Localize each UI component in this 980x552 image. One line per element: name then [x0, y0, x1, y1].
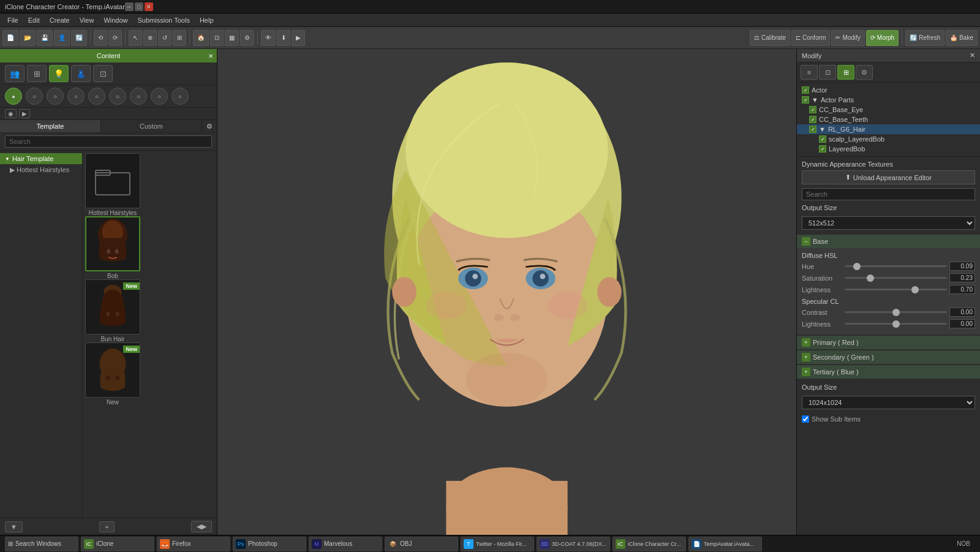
- tab-template[interactable]: Template: [0, 120, 101, 132]
- tree-item-cc-teeth[interactable]: ✓ CC_Base_Teeth: [797, 115, 980, 124]
- folder-thumb[interactable]: [85, 153, 140, 208]
- taskbar-tempavatar[interactable]: 📄 TempAvatar.iAvata...: [688, 537, 762, 551]
- home-button[interactable]: 🏠: [193, 30, 209, 46]
- show-sub-checkbox[interactable]: [802, 415, 809, 423]
- arrow-down-button[interactable]: ⬇: [277, 30, 290, 46]
- circle-icon-1[interactable]: ●: [5, 88, 22, 105]
- grid-tool[interactable]: ⊡: [819, 65, 836, 80]
- specular-lightness-value-input[interactable]: 0.00: [949, 319, 975, 328]
- taskbar-obj[interactable]: 📦 OBJ: [385, 537, 458, 551]
- scale-button[interactable]: ⊞: [173, 30, 186, 46]
- undo-button[interactable]: ⟲: [94, 30, 107, 46]
- saturation-slider[interactable]: [845, 277, 947, 279]
- circle-icon-4[interactable]: ○: [67, 88, 85, 105]
- tree-item-scalp[interactable]: ✓ scalp_LayeredBob: [797, 134, 980, 144]
- menu-item-submission-tools[interactable]: Submission Tools: [133, 15, 195, 25]
- menu-item-file[interactable]: File: [2, 15, 23, 25]
- tree-item-hair-template[interactable]: ▼ Hair Template: [0, 153, 82, 164]
- taskbar-iclone-cc[interactable]: iC iClone Character Cr...: [612, 537, 686, 551]
- view-button[interactable]: ⊡: [210, 30, 224, 46]
- menu-item-view[interactable]: View: [75, 15, 99, 25]
- checkbox-cc-eye[interactable]: ✓: [809, 106, 816, 113]
- eye-button[interactable]: 👁: [261, 30, 276, 46]
- menu-item-help[interactable]: Help: [195, 15, 219, 25]
- tree-item-rl-hair[interactable]: ✓ ▼ RL_G6_Hair: [797, 124, 980, 134]
- list-item[interactable]: New Bun Hair: [85, 279, 140, 342]
- tab-custom[interactable]: Custom: [101, 120, 202, 132]
- tertiary-section-header[interactable]: + Tertiary ( Blue ): [797, 365, 980, 379]
- new-file-button[interactable]: 📄: [2, 30, 18, 46]
- circle-icon-8[interactable]: ○: [151, 88, 168, 105]
- hue-slider[interactable]: [845, 265, 947, 267]
- checkbox-scalp[interactable]: ✓: [819, 135, 826, 143]
- panel-icon-hair[interactable]: 💡: [49, 65, 69, 82]
- circle-icon-2[interactable]: ○: [26, 88, 43, 105]
- tree-item-cc-eye[interactable]: ✓ CC_Base_Eye: [797, 105, 980, 115]
- contrast-value-input[interactable]: 0.00: [949, 308, 975, 317]
- saturation-value-input[interactable]: 0.23: [949, 273, 975, 282]
- lightness-slider[interactable]: [845, 289, 947, 290]
- circle-icon-6[interactable]: ○: [109, 88, 126, 105]
- scroll-down-button[interactable]: ▼: [5, 521, 23, 532]
- redo-button[interactable]: ⟳: [108, 30, 122, 46]
- panel-icon-morph[interactable]: ⊞: [27, 65, 47, 82]
- primary-section-header[interactable]: + Primary ( Red ): [797, 336, 980, 349]
- rotate-button[interactable]: ↺: [158, 30, 172, 46]
- modify-search-input[interactable]: [802, 188, 975, 200]
- bun-thumb[interactable]: New: [85, 279, 140, 335]
- circle-icon-5[interactable]: ○: [88, 88, 105, 105]
- tree-item-actor[interactable]: ✓ Actor: [797, 85, 980, 95]
- start-button[interactable]: ⊞ Search Windows: [5, 537, 78, 551]
- actor-button[interactable]: 👤: [54, 30, 70, 46]
- specular-lightness-slider[interactable]: [845, 323, 947, 325]
- taskbar-twitter[interactable]: T Twitter - Mozilla Fir...: [461, 537, 534, 551]
- bob-thumb[interactable]: [85, 216, 140, 271]
- list-item[interactable]: Hottest Hairstyles: [85, 153, 140, 216]
- nav-forward-button[interactable]: ▶: [19, 109, 30, 118]
- refresh-button[interactable]: 🔄 Refresh: [905, 30, 944, 46]
- taskbar-iclone[interactable]: iC iClone: [81, 537, 154, 551]
- panel-icon-actor[interactable]: 👥: [5, 65, 24, 82]
- tab-settings-button[interactable]: ⚙: [202, 120, 217, 132]
- lightness-value-input[interactable]: 0.70: [949, 285, 975, 294]
- taskbar-3dcoat[interactable]: 3D 3D-COAT 4.7.06(DX...: [537, 537, 610, 551]
- checkbox-cc-teeth[interactable]: ✓: [809, 116, 816, 123]
- menu-item-edit[interactable]: Edit: [23, 15, 45, 25]
- new-hair-thumb[interactable]: New: [85, 342, 140, 398]
- unload-button[interactable]: ⬆ Unload Appearance Editor: [802, 170, 975, 184]
- tree-item-layered-bob[interactable]: ✓ LayeredBob: [797, 144, 980, 154]
- settings-button[interactable]: ⚙: [240, 30, 254, 46]
- tree-item-actor-parts[interactable]: ✓ ▼ Actor Parts: [797, 95, 980, 105]
- right-panel-close-icon[interactable]: ✕: [970, 51, 975, 59]
- panel-icon-extra[interactable]: ⊡: [93, 65, 113, 82]
- grid-button[interactable]: ▦: [225, 30, 239, 46]
- table-tool[interactable]: ⊞: [837, 65, 854, 80]
- hue-value-input[interactable]: 0.09: [949, 262, 975, 271]
- calibrate-button[interactable]: ⚖ Calibrate: [750, 30, 790, 46]
- modify-button[interactable]: ✏ Modify: [831, 30, 864, 46]
- tree-item-hottest-hairstyles[interactable]: ▶ Hottest Hairstyles: [0, 164, 82, 176]
- taskbar-marvelous[interactable]: M Marvelous: [309, 537, 382, 551]
- taskbar-firefox[interactable]: 🦊 Firefox: [157, 537, 230, 551]
- search-input[interactable]: [5, 135, 212, 148]
- clothing-button[interactable]: 🔄: [71, 30, 87, 46]
- minimize-button[interactable]: ─: [125, 2, 134, 11]
- circle-icon-9[interactable]: ○: [172, 88, 189, 105]
- menu-item-window[interactable]: Window: [99, 15, 132, 25]
- open-file-button[interactable]: 📂: [20, 30, 36, 46]
- expand-button[interactable]: ◀▶: [191, 521, 212, 532]
- settings-tool[interactable]: ⚙: [856, 65, 873, 80]
- contrast-slider[interactable]: [845, 311, 947, 313]
- checkbox-layered-bob[interactable]: ✓: [819, 145, 826, 153]
- list-item[interactable]: New New: [85, 342, 140, 406]
- maximize-button[interactable]: □: [135, 2, 143, 11]
- output-size-select[interactable]: 512x512 1024x1024 2048x2048: [802, 216, 975, 230]
- close-button[interactable]: ✕: [145, 2, 153, 11]
- checkbox-actor[interactable]: ✓: [802, 86, 809, 94]
- panel-icon-clothing[interactable]: 👗: [71, 65, 91, 82]
- checkbox-actor-parts[interactable]: ✓: [802, 96, 809, 104]
- bake-button[interactable]: 🎂 Bake: [946, 30, 978, 46]
- circle-icon-7[interactable]: ○: [130, 88, 147, 105]
- circle-icon-3[interactable]: ○: [47, 88, 64, 105]
- list-tool[interactable]: ≡: [801, 65, 818, 80]
